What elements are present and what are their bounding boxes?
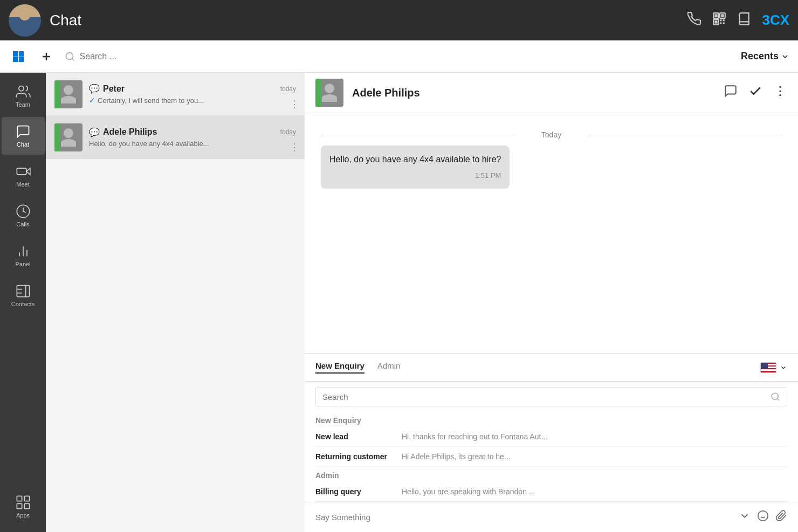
chat-header: Adele Philips: [305, 73, 798, 113]
svg-rect-11: [19, 51, 24, 57]
book-icon[interactable]: [737, 12, 751, 29]
chat-messages: Today Hello, do you have any 4x4 availab…: [305, 113, 798, 353]
contacts-icon: [16, 284, 31, 299]
brand-logo: 3CX: [762, 12, 789, 29]
chat-label: Chat: [17, 141, 29, 148]
search-icon: [771, 392, 780, 402]
template-preview: Hello, you are speaking with Brandon ...: [402, 487, 535, 496]
svg-rect-12: [13, 57, 18, 62]
main-toolbar: Recents: [0, 40, 798, 73]
message-time: today: [280, 128, 296, 136]
message-time: today: [280, 85, 296, 93]
sidebar-item-apps[interactable]: Apps: [2, 488, 45, 526]
meet-icon: [16, 164, 31, 179]
panel-label: Panel: [15, 261, 30, 267]
template-name: Billing query: [315, 487, 402, 496]
apps-icon: [16, 495, 31, 510]
list-item[interactable]: 💬 Peter today ✓ Certainly, I will send t…: [46, 73, 305, 116]
flag-icon: [760, 362, 776, 373]
sidebar-item-panel[interactable]: Panel: [2, 237, 45, 274]
message-preview: Hello, do you have any 4x4 available...: [89, 140, 296, 148]
template-item[interactable]: Returning customer Hi Adele Philips, its…: [315, 447, 787, 467]
chat-info: 💬 Peter today ✓ Certainly, I will send t…: [89, 84, 296, 105]
more-options-button[interactable]: ⋮: [290, 98, 299, 110]
contact-header-name: Adele Philips: [352, 87, 715, 99]
user-avatar: [9, 4, 41, 37]
avatar: [54, 80, 82, 108]
attach-button[interactable]: [775, 510, 787, 524]
meet-label: Meet: [16, 181, 29, 188]
chat-header-actions: [724, 84, 787, 101]
svg-point-30: [779, 86, 781, 88]
svg-rect-1: [715, 14, 718, 17]
date-divider: Today: [321, 130, 782, 139]
panel-icon: [16, 244, 31, 259]
header-more-button[interactable]: [773, 84, 787, 101]
svg-rect-10: [13, 51, 18, 57]
svg-marker-20: [26, 168, 30, 175]
tab-new-enquiry[interactable]: New Enquiry: [315, 361, 364, 374]
message-timestamp: 1:51 PM: [329, 170, 501, 181]
svg-rect-19: [17, 168, 26, 175]
svg-rect-8: [720, 22, 722, 24]
top-bar: Chat: [0, 0, 798, 40]
message-bubble: Hello, do you have any 4x4 available to …: [321, 146, 510, 189]
template-item[interactable]: Billing query Hello, you are speaking wi…: [315, 482, 787, 502]
svg-rect-27: [24, 503, 29, 508]
message-input-area: [305, 502, 798, 532]
search-bar[interactable]: [65, 51, 732, 62]
app-title: Chat: [50, 12, 81, 29]
svg-line-17: [72, 58, 74, 60]
language-chevron-icon: [780, 364, 787, 371]
sidebar-item-meet[interactable]: Meet: [2, 157, 45, 195]
more-options-button[interactable]: ⋮: [290, 141, 299, 153]
message-input[interactable]: [315, 513, 732, 522]
template-group-header: Admin: [315, 467, 787, 482]
sidebar-item-team[interactable]: Team: [2, 77, 45, 115]
svg-rect-25: [17, 286, 29, 297]
chat-bubble-icon: 💬: [89, 127, 100, 137]
chat-notes-button[interactable]: [724, 84, 738, 101]
search-icon: [65, 51, 75, 62]
svg-line-34: [777, 398, 779, 400]
svg-point-16: [66, 52, 73, 59]
chat-icon: [16, 124, 31, 139]
svg-rect-7: [723, 19, 725, 21]
language-selector[interactable]: [760, 362, 787, 373]
template-preview: Hi Adele Philips, its great to he...: [402, 452, 511, 461]
svg-point-31: [779, 90, 781, 92]
sidebar: Team Chat Meet Calls Panel: [0, 73, 46, 532]
expand-input-button[interactable]: [739, 510, 751, 524]
phone-icon[interactable]: [687, 12, 701, 29]
contact-name: Peter: [103, 84, 125, 94]
chat-main: Adele Philips: [305, 73, 798, 532]
sidebar-item-calls[interactable]: Calls: [2, 197, 45, 234]
windows-button[interactable]: [9, 47, 28, 66]
team-label: Team: [16, 101, 30, 108]
tabs-header: New Enquiry Admin: [305, 354, 798, 382]
svg-rect-6: [720, 19, 722, 21]
svg-rect-3: [721, 14, 724, 17]
main-layout: Team Chat Meet Calls Panel: [0, 73, 798, 532]
sidebar-item-contacts[interactable]: Contacts: [2, 277, 45, 314]
calls-icon: [16, 204, 31, 219]
template-search[interactable]: [315, 387, 787, 406]
recents-dropdown[interactable]: Recents: [741, 51, 789, 62]
qr-icon[interactable]: [712, 12, 726, 29]
tab-admin[interactable]: Admin: [377, 361, 401, 374]
resolve-button[interactable]: [748, 84, 762, 101]
svg-rect-26: [17, 503, 22, 508]
sidebar-item-chat[interactable]: Chat: [2, 117, 45, 155]
message-preview: ✓ Certainly, I will send them to you...: [89, 96, 296, 105]
search-input[interactable]: [80, 52, 732, 61]
template-search-input[interactable]: [322, 392, 766, 402]
template-item[interactable]: New lead Hi, thanks for reaching out to …: [315, 427, 787, 447]
emoji-button[interactable]: [757, 510, 769, 524]
template-section: New Enquiry New lead Hi, thanks for reac…: [305, 412, 798, 502]
add-button[interactable]: [37, 47, 56, 66]
svg-point-18: [18, 86, 23, 91]
chat-bubble-icon: 💬: [89, 84, 100, 94]
svg-rect-5: [715, 20, 718, 23]
list-item[interactable]: 💬 Adele Philips today Hello, do you have…: [46, 116, 305, 159]
chat-info: 💬 Adele Philips today Hello, do you have…: [89, 127, 296, 148]
